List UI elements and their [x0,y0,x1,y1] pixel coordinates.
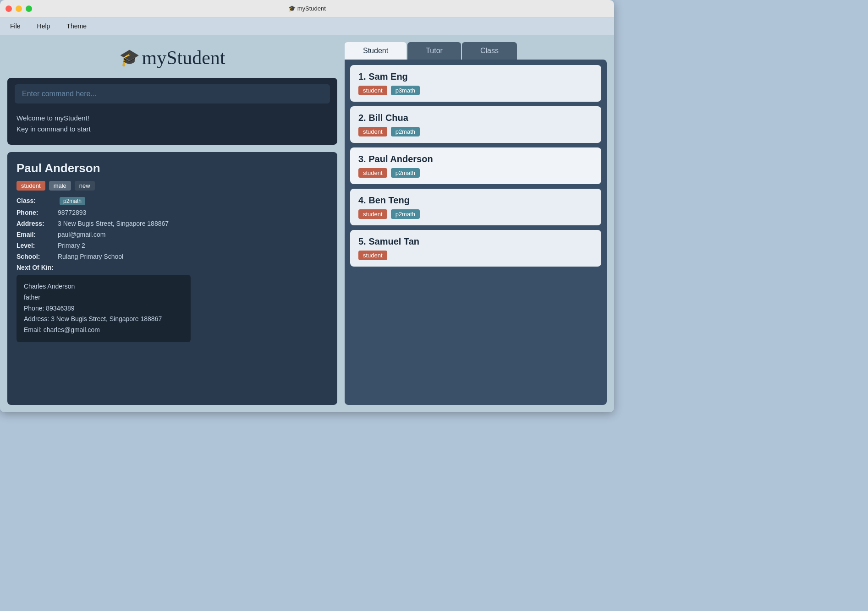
student-card-2[interactable]: 2. Bill Chua student p2math [350,106,601,143]
field-school: School: Rulang Primary School [16,253,328,260]
detail-name: Paul Anderson [16,161,328,175]
welcome-text: Welcome to myStudent! Key in command to … [15,109,330,138]
menu-theme[interactable]: Theme [64,21,89,32]
phone-label: Phone: [16,209,58,216]
minimize-button[interactable] [16,5,22,12]
tag-male: male [49,181,71,191]
field-level: Level: Primary 2 [16,242,328,249]
student-name-2: 2. Bill Chua [358,113,593,123]
right-panel: Student Tutor Class 1. Sam Eng student p… [345,42,607,405]
level-value: Primary 2 [58,242,85,249]
class-label: Class: [16,197,58,204]
menu-help[interactable]: Help [34,21,53,32]
email-value: paul@gmail.com [58,231,105,238]
level-label: Level: [16,242,58,249]
student-card-3[interactable]: 3. Paul Anderson student p2math [350,147,601,184]
tag-student: student [16,181,45,191]
card-tag-class-3: p2math [391,168,420,178]
detail-panel: Paul Anderson student male new Class: p2… [7,152,337,405]
student-card-4[interactable]: 4. Ben Teng student p2math [350,189,601,225]
card-tag-student-3: student [358,168,387,178]
school-value: Rulang Primary School [58,253,123,260]
card-tag-class-2: p2math [391,127,420,136]
student-card-5[interactable]: 5. Samuel Tan student [350,230,601,267]
student-name-1: 1. Sam Eng [358,71,593,82]
card-tags-5: student [358,251,593,260]
phone-value: 98772893 [58,209,86,216]
kin-box: Charles Anderson father Phone: 89346389 … [16,275,191,342]
maximize-button[interactable] [26,5,32,12]
tab-class[interactable]: Class [462,42,517,60]
window-title: 🎓 myStudent [288,5,326,12]
command-input[interactable] [15,84,330,104]
card-tag-student-2: student [358,127,387,136]
tab-tutor[interactable]: Tutor [407,42,461,60]
school-label: School: [16,253,58,260]
logo-text: myStudent [142,47,225,69]
kin-email: Email: charles@gmail.com [24,325,183,336]
student-card-1[interactable]: 1. Sam Eng student p3math [350,65,601,102]
card-tags-3: student p2math [358,168,593,178]
card-tags-1: student p3math [358,86,593,95]
tab-student[interactable]: Student [345,42,407,60]
student-list: 1. Sam Eng student p3math 2. Bill Chua s… [345,60,607,405]
card-tag-class-4: p2math [391,209,420,219]
card-tag-student-4: student [358,209,387,219]
tag-new: new [75,181,95,191]
card-tag-student-5: student [358,251,387,260]
card-tags-4: student p2math [358,209,593,219]
title-bar: 🎓 myStudent [0,0,614,17]
address-label: Address: [16,220,58,227]
student-name-3: 3. Paul Anderson [358,154,593,164]
command-area: Welcome to myStudent! Key in command to … [7,78,337,145]
tabs-row: Student Tutor Class [345,42,607,60]
card-tag-student-1: student [358,86,387,95]
field-phone: Phone: 98772893 [16,209,328,216]
kin-name: Charles Anderson [24,281,183,292]
student-name-4: 4. Ben Teng [358,195,593,206]
field-class: Class: p2math [16,197,328,205]
kin-phone: Phone: 89346389 [24,303,183,314]
menu-file[interactable]: File [7,21,23,32]
close-button[interactable] [5,5,12,12]
main-content: 🎓 myStudent Welcome to myStudent! Key in… [0,35,614,412]
menu-bar: File Help Theme [0,17,614,35]
student-name-5: 5. Samuel Tan [358,236,593,247]
card-tags-2: student p2math [358,127,593,136]
left-panel: 🎓 myStudent Welcome to myStudent! Key in… [7,42,337,405]
class-tag: p2math [60,197,85,205]
address-value: 3 New Bugis Street, Singapore 188867 [58,220,169,227]
kin-relation: father [24,292,183,303]
field-address: Address: 3 New Bugis Street, Singapore 1… [16,220,328,227]
field-email: Email: paul@gmail.com [16,231,328,238]
nok-label: Next Of Kin: [16,264,328,271]
logo-area: 🎓 myStudent [7,42,337,71]
card-tag-class-1: p3math [391,86,420,95]
email-label: Email: [16,231,58,238]
logo-hat-icon: 🎓 [119,48,140,67]
detail-tags: student male new [16,181,328,191]
traffic-lights [5,5,32,12]
kin-address: Address: 3 New Bugis Street, Singapore 1… [24,314,183,325]
